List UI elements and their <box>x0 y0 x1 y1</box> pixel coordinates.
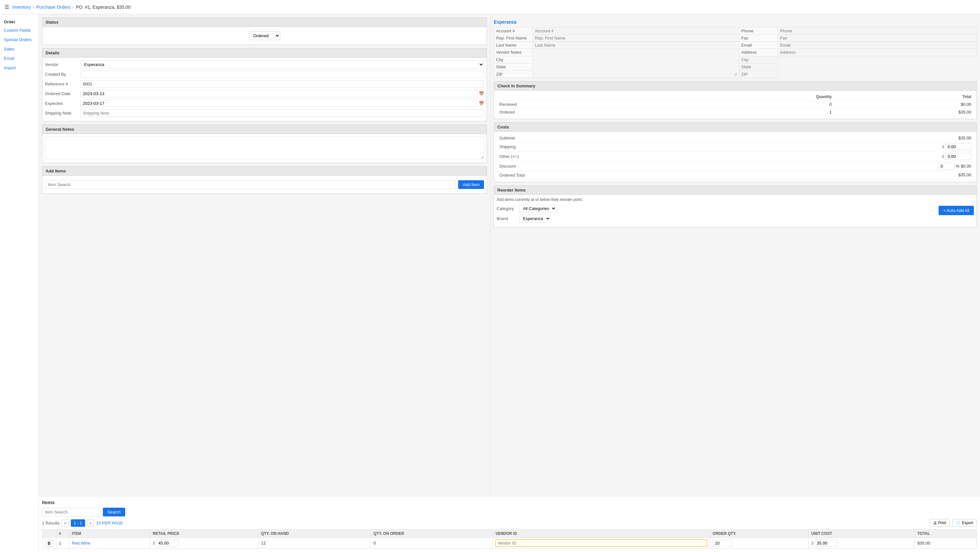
vendor-id-input[interactable] <box>495 539 707 547</box>
costs-shipping-cell: $ <box>535 142 974 152</box>
add-items-row: Add Item <box>45 178 484 191</box>
account-input[interactable] <box>535 29 737 33</box>
items-search-row: Search <box>42 507 977 516</box>
costs-subtotal-label: Subtotal <box>496 134 535 142</box>
vendor-notes-textarea[interactable] <box>535 50 737 76</box>
row-qty-on-hand-cell: 12 <box>258 538 371 549</box>
sidebar-item-import[interactable]: Import <box>0 63 38 73</box>
other-dollar-sign: $ <box>942 154 944 159</box>
vendor-select[interactable]: Esperanza <box>81 60 484 68</box>
reorder-items-header: Reorder Items <box>494 185 977 195</box>
details-section-header: Details <box>42 48 487 57</box>
topbar: ☰ Inventory › Purchase Orders › PO: #1, … <box>0 0 980 14</box>
add-items-search-input[interactable] <box>45 180 455 189</box>
ordered-date-calendar-icon[interactable]: 📅 <box>479 91 484 96</box>
summary-col-quantity: Quantity <box>672 93 834 101</box>
sidebar-item-sales[interactable]: Sales <box>0 45 38 54</box>
ordered-date-input[interactable] <box>81 90 477 97</box>
costs-discount-row: Discount % $0.00 <box>496 161 974 172</box>
shipping-note-input[interactable] <box>81 109 484 117</box>
address-input[interactable] <box>780 50 975 55</box>
summary-header-row: Quantity Total <box>496 93 974 101</box>
add-item-button[interactable]: Add Item <box>458 180 484 189</box>
summary-col-name <box>496 93 672 101</box>
reference-input[interactable] <box>81 80 484 87</box>
row-num-cell: 1 <box>56 538 69 549</box>
items-section: Items Search 1 Results ‹ 1 - 1 › 15 PER … <box>39 496 980 552</box>
add-items-header: Add Items <box>42 166 487 176</box>
export-button[interactable]: 📄 Export <box>952 519 977 527</box>
unit-cost-field: $ <box>811 539 912 547</box>
vendor-account-row: Account # Phone <box>494 27 977 35</box>
shipping-note-row: Shipping Note <box>45 109 484 117</box>
print-icon: 🖨 <box>933 520 937 525</box>
costs-ordered-total-row: Ordered Total $35.00 <box>496 171 974 179</box>
sidebar-section-order: Order <box>0 17 38 25</box>
discount-percent-input[interactable] <box>938 163 955 170</box>
email-input[interactable] <box>780 43 975 48</box>
items-search-input[interactable] <box>42 507 100 516</box>
reorder-inner: Category All Categories Brand Esperanza <box>496 205 974 224</box>
row-delete-button[interactable]: 🗑 <box>45 540 53 547</box>
other-input[interactable] <box>945 153 971 160</box>
sidebar-item-email[interactable]: Email <box>0 54 38 63</box>
costs-shipping-row: Shipping $ <box>496 142 974 152</box>
vendor-row: Vendor Esperanza <box>45 60 484 68</box>
city-label: City <box>494 56 533 64</box>
fax-value <box>778 35 977 42</box>
summary-received-total: $0.00 <box>834 101 974 108</box>
email-value <box>778 42 977 49</box>
address-label: Address <box>739 49 778 56</box>
auto-add-all-button[interactable]: + Auto Add All <box>939 206 974 215</box>
lastname-input[interactable] <box>535 43 737 48</box>
row-vendor-id-cell <box>493 538 710 549</box>
col-order-qty: ORDER QTY. <box>710 530 808 538</box>
expected-calendar-icon[interactable]: 📅 <box>479 101 484 106</box>
phone-input[interactable] <box>780 29 975 33</box>
city-input[interactable] <box>741 57 776 62</box>
prev-page-button[interactable]: ‹ <box>62 519 68 527</box>
general-notes-textarea[interactable] <box>45 137 484 159</box>
created-by-input[interactable] <box>81 70 484 78</box>
repfirst-input[interactable] <box>535 36 737 40</box>
item-name-link[interactable]: Red Wine <box>72 541 90 546</box>
col-retail-price: RETAIL PRICE <box>150 530 258 538</box>
reorder-brand-select[interactable]: Esperanza <box>519 215 550 223</box>
address-value <box>778 49 977 56</box>
menu-icon[interactable]: ☰ <box>5 4 9 10</box>
costs-ordered-total-value: $35.00 <box>535 171 974 179</box>
status-section-header: Status <box>42 17 487 27</box>
col-item: ITEM <box>69 530 150 538</box>
per-page-link[interactable]: 15 PER PAGE <box>96 520 123 525</box>
breadcrumb-current: PO: #1, Esperanza, $35.00 <box>76 5 131 10</box>
vendor-repfirst-row: Rep. First Name Fax <box>494 35 977 42</box>
sidebar-item-special-orders[interactable]: Special Orders <box>0 35 38 45</box>
print-button[interactable]: 🖨 Print <box>929 519 950 527</box>
breadcrumb-purchase-orders[interactable]: Purchase Orders <box>36 5 70 10</box>
page-current-button[interactable]: 1 - 1 <box>71 519 85 527</box>
reorder-category-select[interactable]: All Categories <box>519 205 557 213</box>
unit-cost-dollar: $ <box>811 541 813 546</box>
items-search-button[interactable]: Search <box>103 507 125 516</box>
costs-shipping-label: Shipping <box>496 142 535 152</box>
unit-cost-input[interactable] <box>815 539 837 547</box>
percent-sign: % <box>956 164 959 169</box>
shipping-input[interactable] <box>945 143 971 150</box>
retail-price-input[interactable] <box>156 539 178 547</box>
costs-body: Subtotal $35.00 Shipping $ <box>494 132 977 182</box>
reorder-form-side: Category All Categories Brand Esperanza <box>496 205 935 224</box>
state-input[interactable] <box>741 64 776 69</box>
breadcrumb: Inventory › Purchase Orders › PO: #1, Es… <box>12 5 131 10</box>
phone-value <box>778 27 977 35</box>
breadcrumb-inventory[interactable]: Inventory <box>12 5 31 10</box>
vendor-notes-cell <box>533 49 739 78</box>
next-page-button[interactable]: › <box>87 519 94 527</box>
pagination-left: 1 Results ‹ 1 - 1 › 15 PER PAGE <box>42 519 123 527</box>
sidebar-item-custom-fields[interactable]: Custom Fields <box>0 25 38 35</box>
expected-input[interactable] <box>81 100 477 107</box>
fax-input[interactable] <box>780 36 975 40</box>
status-select[interactable]: Ordered Received Cancelled <box>249 32 280 40</box>
order-qty-input[interactable] <box>713 539 732 547</box>
reorder-btn-side: + Auto Add All <box>939 205 974 215</box>
zip-input[interactable] <box>741 72 776 77</box>
